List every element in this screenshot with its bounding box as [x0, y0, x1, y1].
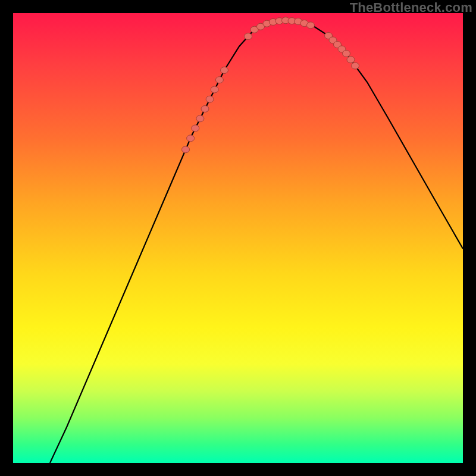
- data-point: [206, 96, 214, 102]
- bottleneck-curve: [50, 20, 463, 463]
- data-point: [352, 62, 359, 69]
- watermark-text: TheBottleneck.com: [350, 0, 472, 15]
- data-point-markers: [182, 17, 359, 153]
- data-point: [307, 22, 315, 29]
- data-point: [201, 106, 209, 112]
- data-point: [182, 146, 190, 153]
- data-point: [192, 125, 199, 131]
- data-point: [196, 115, 204, 122]
- data-point: [187, 135, 195, 142]
- data-point: [245, 33, 252, 40]
- data-point: [343, 51, 350, 57]
- chart-plot-area: [13, 13, 463, 463]
- data-point: [347, 57, 355, 63]
- data-point: [211, 86, 218, 93]
- chart-svg: [13, 13, 463, 463]
- data-point: [221, 67, 228, 74]
- data-point: [215, 77, 223, 83]
